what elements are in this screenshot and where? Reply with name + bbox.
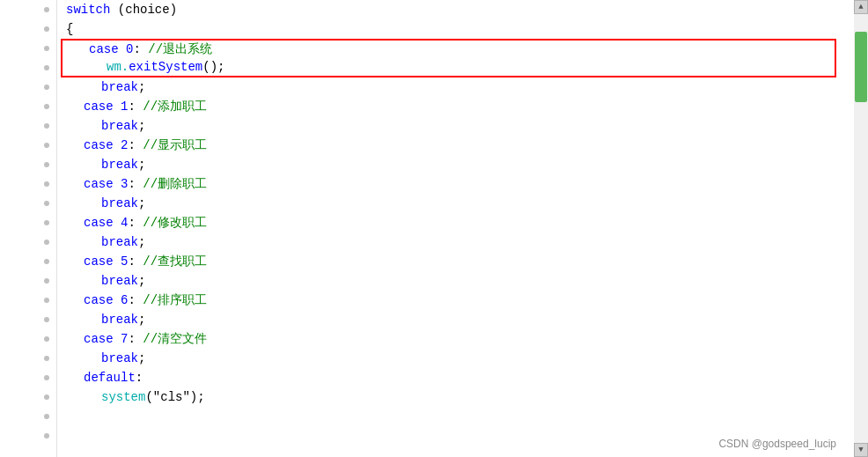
token: ; (138, 80, 145, 94)
token: ; (138, 119, 145, 133)
token: exitSystem (129, 60, 202, 74)
code-line-3: case 0: //退出系统 (61, 39, 836, 58)
token: break (101, 351, 138, 365)
code-line-4: wm.exitSystem(); (61, 58, 836, 77)
code-line-19: break; (57, 349, 854, 368)
code-line-5: break; (57, 77, 854, 97)
code-line-2: { (57, 19, 854, 39)
token: system (101, 390, 145, 404)
token: wm. (107, 60, 129, 74)
token: break (101, 313, 138, 327)
ln-18 (0, 329, 56, 349)
ln-19 (0, 349, 56, 368)
token: break (101, 119, 138, 133)
ln-5 (0, 77, 56, 97)
token: case 2 (84, 138, 128, 152)
line-numbers (0, 0, 57, 457)
token: : (128, 332, 143, 346)
ln-21 (0, 387, 56, 407)
code-line-7: break; (57, 116, 854, 136)
ln-14 (0, 252, 56, 271)
token: default (84, 371, 136, 385)
token: //添加职工 (143, 99, 207, 114)
token: case 3 (84, 177, 128, 191)
scroll-down-button[interactable]: ▼ (854, 443, 868, 457)
scrollbar[interactable]: ▲ ▼ (854, 0, 868, 457)
token: ; (138, 235, 145, 249)
token: (); (202, 60, 224, 74)
token: //清空文件 (143, 331, 207, 347)
token: : (136, 371, 143, 385)
token: break (101, 80, 138, 94)
code-line-1: switch (choice) (57, 0, 854, 19)
token: //删除职工 (143, 176, 207, 192)
token: ; (138, 313, 145, 327)
token: //显示职工 (143, 137, 207, 153)
token: break (101, 196, 138, 210)
ln-20 (0, 368, 56, 387)
token: : (128, 293, 143, 307)
ln-22 (0, 407, 56, 426)
ln-1 (0, 0, 56, 19)
token: : (128, 216, 143, 230)
watermark: CSDN @godspeed_lucip (718, 438, 836, 450)
token: case 1 (84, 100, 128, 114)
token: //修改职工 (143, 215, 207, 231)
ln-10 (0, 174, 56, 194)
token: : (128, 100, 143, 114)
code-line-12: case 4: //修改职工 (57, 213, 854, 232)
ln-15 (0, 271, 56, 291)
code-line-20: default: (57, 368, 854, 387)
token: ; (138, 351, 145, 365)
code-line-21: system("cls"); (57, 387, 854, 407)
code-line-14: case 5: //查找职工 (57, 252, 854, 271)
code-line-13: break; (57, 232, 854, 252)
token: { (66, 22, 73, 36)
ln-11 (0, 194, 56, 213)
editor-container: switch (choice) { case 0: //退出系统 wm.exit… (0, 0, 868, 457)
token: (choice) (110, 3, 177, 17)
ln-17 (0, 310, 56, 329)
token: ; (138, 158, 145, 172)
scroll-track[interactable] (855, 14, 867, 443)
code-line-10: case 3: //删除职工 (57, 174, 854, 194)
token: : (128, 254, 143, 269)
token: ("cls"); (145, 390, 204, 404)
token: : (128, 177, 143, 191)
ln-12 (0, 213, 56, 232)
code-line-11: break; (57, 194, 854, 213)
token: //查找职工 (143, 254, 207, 269)
token: case 6 (84, 293, 128, 307)
token: //排序职工 (143, 292, 207, 308)
token: : (133, 42, 148, 56)
ln-8 (0, 136, 56, 155)
ln-3 (0, 39, 56, 58)
ln-9 (0, 155, 56, 174)
code-line-18: case 7: //清空文件 (57, 329, 854, 349)
token: case 0 (89, 42, 133, 56)
token: break (101, 158, 138, 172)
ln-7 (0, 116, 56, 136)
ln-23 (0, 426, 56, 446)
code-line-8: case 2: //显示职工 (57, 136, 854, 155)
code-line-16: case 6: //排序职工 (57, 291, 854, 310)
token: case 5 (84, 254, 128, 269)
code-line-15: break; (57, 271, 854, 291)
token: : (128, 138, 143, 152)
code-area: switch (choice) { case 0: //退出系统 wm.exit… (57, 0, 854, 457)
code-line-17: break; (57, 310, 854, 329)
token: break (101, 235, 138, 249)
ln-4 (0, 58, 56, 77)
token: case 4 (84, 216, 128, 230)
token: case 7 (84, 332, 128, 346)
token: switch (66, 3, 110, 17)
token: ; (138, 274, 145, 288)
token: //退出系统 (148, 41, 212, 57)
scroll-up-button[interactable]: ▲ (854, 0, 868, 14)
code-line-9: break; (57, 155, 854, 174)
scroll-thumb[interactable] (855, 32, 867, 102)
ln-2 (0, 19, 56, 39)
ln-13 (0, 232, 56, 252)
token: ; (138, 196, 145, 210)
token: break (101, 274, 138, 288)
